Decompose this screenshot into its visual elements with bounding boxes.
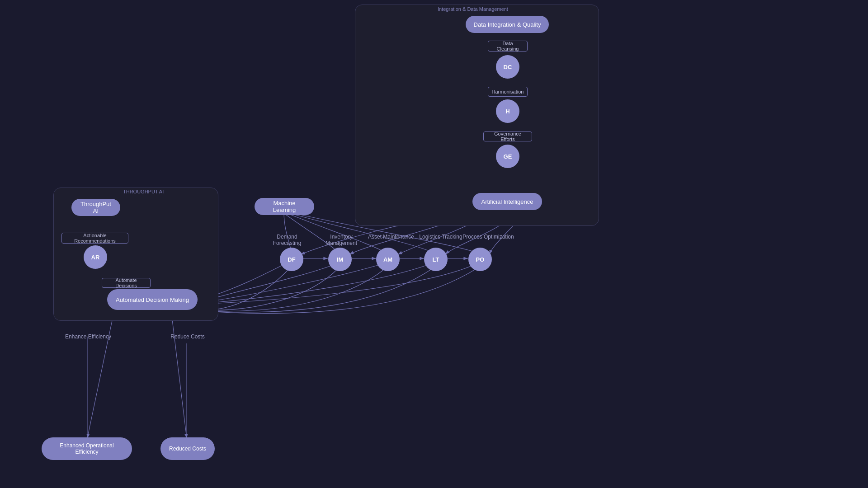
enhance-eff-label: Enhance Efficiency xyxy=(63,333,113,340)
harmonisation-rect: Harmonisation xyxy=(488,87,528,97)
ar-rect: Actionable Recommendations xyxy=(61,233,128,244)
process-label: Process Optimization xyxy=(461,234,515,240)
reduced-costs-node: Reduced Costs xyxy=(160,437,215,460)
governance-rect: Governance Efforts xyxy=(483,131,532,141)
throughput-ai-node: ThroughPut AI xyxy=(71,199,120,216)
lt-circle: LT xyxy=(424,248,448,271)
ai-node: Artificial Intelligence xyxy=(472,193,542,210)
df-circle: DF xyxy=(280,248,303,271)
data-integration-node: Data Integration & Quality xyxy=(466,16,549,33)
throughput-panel-label: THROUGHPUT AI xyxy=(123,189,164,194)
am-circle: AM xyxy=(376,248,400,271)
dc-circle: DC xyxy=(496,55,519,79)
logistics-label: Logistics Tracking xyxy=(416,234,466,240)
integration-panel xyxy=(355,5,599,226)
demand-label: Demand Forecasting xyxy=(262,234,312,246)
reduce-costs-label: Reduce Costs xyxy=(167,333,208,340)
adm-node: Automated Decision Making xyxy=(107,289,198,310)
enhanced-eff-node: Enhanced Operational Efficiency xyxy=(42,437,132,460)
integration-panel-label: Integration & Data Management xyxy=(438,6,508,12)
po-circle: PO xyxy=(468,248,492,271)
data-cleansing-rect: Data Cleansing xyxy=(488,41,528,52)
im-circle: IM xyxy=(328,248,352,271)
ge-circle: GE xyxy=(496,145,519,168)
asset-label: Asset Maintenance xyxy=(366,234,416,240)
h-circle: H xyxy=(496,99,519,123)
automate-rect: Automate Decisions xyxy=(102,278,151,288)
ar-circle: AR xyxy=(84,245,107,269)
machine-learning-node: Machine Learning xyxy=(255,198,314,215)
inventory-label: Inventory Management xyxy=(316,234,366,246)
